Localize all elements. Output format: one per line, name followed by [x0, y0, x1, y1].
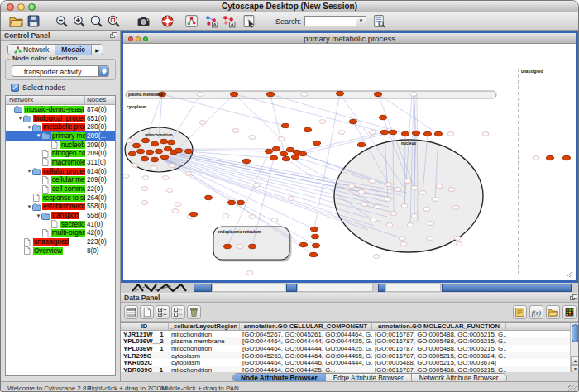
- window-resize-grip[interactable]: [568, 385, 577, 392]
- network-window-titlebar[interactable]: primary metabolic process: [123, 33, 576, 44]
- vizmapper-network-button[interactable]: [203, 13, 219, 30]
- help-lifering-button[interactable]: [159, 13, 175, 30]
- net-node[interactable]: [282, 156, 290, 160]
- net-node[interactable]: [380, 130, 388, 134]
- net-node-empty[interactable]: [385, 198, 391, 202]
- tree-row[interactable]: cell communicat22(0): [6, 184, 115, 194]
- net-node-empty[interactable]: [142, 176, 149, 180]
- table-column-header[interactable]: annotation.GO MOLECULAR_FUNCTION: [372, 323, 506, 330]
- tree-row[interactable]: multi-organism pro42(0): [6, 229, 115, 238]
- net-node-empty[interactable]: [223, 214, 229, 218]
- attribute-matrix-button[interactable]: [562, 305, 577, 319]
- save-button[interactable]: [25, 13, 41, 30]
- net-node-empty[interactable]: [253, 184, 260, 188]
- net-node-empty[interactable]: [232, 129, 239, 133]
- open-attribute-file-button[interactable]: [546, 305, 560, 319]
- filter-network-button[interactable]: [220, 13, 237, 30]
- net-node[interactable]: [160, 155, 168, 159]
- net-node-empty[interactable]: [419, 191, 426, 195]
- table-column-header[interactable]: ID: [121, 323, 169, 330]
- float-panel-icon[interactable]: [110, 32, 117, 39]
- zoom-selected-button[interactable]: [105, 13, 122, 30]
- open-file-button[interactable]: [7, 13, 24, 30]
- net-node[interactable]: [379, 115, 386, 119]
- net-node-empty[interactable]: [358, 190, 365, 194]
- net-node-empty[interactable]: [410, 93, 417, 97]
- net-node-empty[interactable]: [348, 184, 355, 189]
- net-node-empty[interactable]: [172, 209, 179, 213]
- net-node-empty[interactable]: [404, 179, 411, 184]
- zoom-in-button[interactable]: [70, 13, 87, 30]
- tree-row[interactable]: ▼biological_process651(0): [6, 114, 115, 123]
- net-node[interactable]: [151, 157, 158, 161]
- net-node-empty[interactable]: [447, 132, 454, 136]
- net-node[interactable]: [336, 91, 343, 95]
- net-node[interactable]: [136, 149, 144, 153]
- net-node-empty[interactable]: [141, 187, 148, 191]
- net-node[interactable]: [167, 140, 175, 144]
- net-node[interactable]: [357, 142, 365, 146]
- net-node-empty[interactable]: [166, 189, 173, 193]
- net-node-empty[interactable]: [373, 255, 380, 259]
- tab-mosaic[interactable]: Mosaic: [55, 45, 92, 55]
- net-node-empty[interactable]: [395, 188, 401, 192]
- net-node-empty[interactable]: [423, 208, 430, 212]
- net-node[interactable]: [146, 150, 153, 154]
- table-row[interactable]: YPL036W__1mitochondrion[GO:0044464, GO:0…: [121, 345, 579, 352]
- delete-attribute-button[interactable]: [187, 305, 201, 319]
- net-node-empty[interactable]: [185, 172, 192, 176]
- net-node[interactable]: [189, 212, 197, 216]
- net-node[interactable]: [237, 200, 244, 204]
- net-node-empty[interactable]: [175, 203, 181, 207]
- checkbox-checked-icon[interactable]: ✓: [11, 84, 19, 92]
- net-node[interactable]: [204, 195, 212, 199]
- select-all-attributes-button[interactable]: [156, 305, 170, 319]
- net-node[interactable]: [151, 141, 158, 146]
- scroll-down-icon[interactable]: ▼: [571, 365, 579, 372]
- net-node-empty[interactable]: [249, 215, 256, 219]
- net-node[interactable]: [309, 252, 317, 256]
- disclosure-triangle-icon[interactable]: ▼: [26, 204, 32, 209]
- net-node[interactable]: [401, 131, 409, 136]
- net-node[interactable]: [128, 151, 136, 155]
- net-node-empty[interactable]: [428, 222, 434, 226]
- net-node-empty[interactable]: [427, 237, 433, 241]
- table-row[interactable]: YJR121W__1mitochondrion[GO:0045267, GO:0…: [121, 331, 579, 338]
- color-attribute-select[interactable]: transporter activity: [12, 65, 109, 77]
- net-node-empty[interactable]: [249, 136, 256, 140]
- table-row[interactable]: YLR295Ccytoplasm[GO:0045263, GO:0044464,…: [121, 352, 579, 360]
- tab-overflow-icon[interactable]: ▶: [92, 45, 103, 55]
- tree-row[interactable]: unassigned223(0): [6, 237, 115, 246]
- net-node-empty[interactable]: [448, 188, 455, 192]
- net-node[interactable]: [184, 149, 192, 153]
- net-node-empty[interactable]: [141, 201, 148, 205]
- net-node[interactable]: [272, 146, 280, 151]
- disclosure-triangle-icon[interactable]: ▼: [26, 125, 32, 130]
- tree-col-nodes[interactable]: Nodes: [85, 96, 115, 104]
- tree-row[interactable]: nitrogen compo209(0): [6, 149, 115, 158]
- select-nodes-checkbox[interactable]: ✓ Select nodes: [11, 84, 65, 92]
- zoom-actual-button[interactable]: [88, 13, 104, 30]
- tree-row[interactable]: secretion41(0): [6, 220, 115, 229]
- net-node-empty[interactable]: [369, 179, 376, 184]
- net-node-empty[interactable]: [374, 205, 380, 209]
- tree-row[interactable]: mosaic-demo-yeast874(0): [6, 105, 115, 114]
- net-node[interactable]: [280, 151, 287, 155]
- net-node[interactable]: [291, 155, 299, 159]
- scrollbar-thumb[interactable]: [572, 324, 579, 342]
- net-node-empty[interactable]: [288, 197, 294, 201]
- net-node[interactable]: [313, 141, 320, 145]
- net-node[interactable]: [155, 149, 162, 153]
- disclosure-triangle-icon[interactable]: ▼: [26, 169, 32, 174]
- net-node-empty[interactable]: [401, 204, 408, 208]
- net-node-empty[interactable]: [271, 218, 278, 222]
- net-node[interactable]: [160, 139, 167, 143]
- import-attributes-button[interactable]: [513, 305, 527, 319]
- table-column-header[interactable]: annotation.GO CELLULAR_COMPONENT: [240, 323, 372, 330]
- net-node[interactable]: [304, 127, 311, 131]
- net-node-empty[interactable]: [411, 214, 418, 218]
- canvas-resize-grip[interactable]: [567, 271, 572, 277]
- enhanced-search-button[interactable]: [371, 13, 387, 30]
- net-node-empty[interactable]: [436, 184, 443, 189]
- net-node-empty[interactable]: [386, 223, 393, 227]
